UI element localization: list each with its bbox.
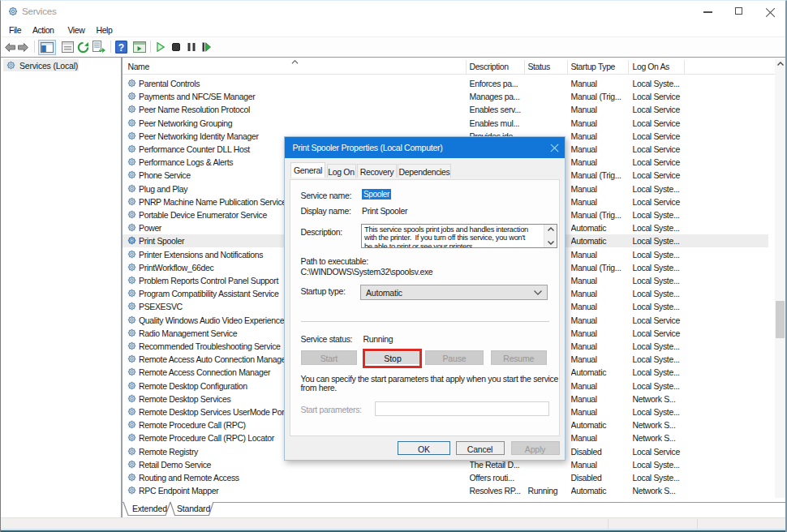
- svg-text:?: ?: [118, 42, 124, 54]
- svg-text:Standard: Standard: [177, 504, 210, 513]
- svg-text:Extended: Extended: [132, 504, 167, 513]
